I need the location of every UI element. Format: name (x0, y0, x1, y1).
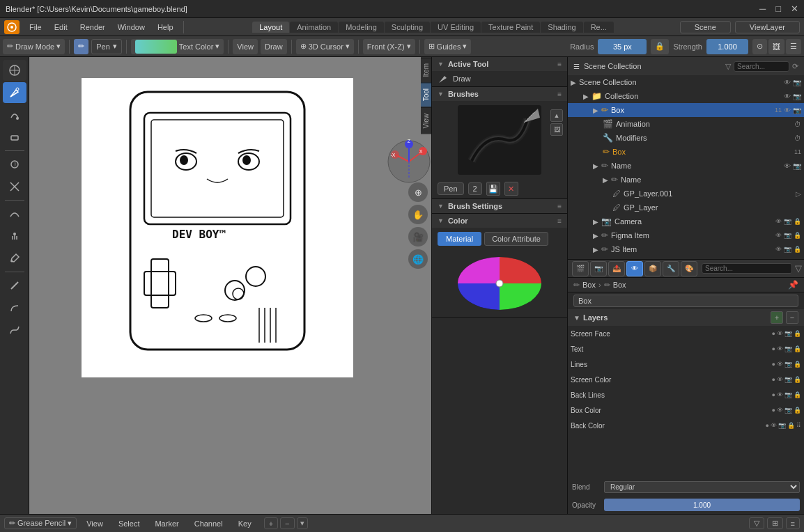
view-btn[interactable]: View (233, 39, 258, 54)
menu-file[interactable]: File (24, 22, 47, 33)
close-btn[interactable]: ✕ (791, 3, 798, 14)
layer-render-6[interactable]: 📷 (784, 407, 792, 414)
outliner-row-scene-collection[interactable]: ▶ Scene Collection 👁 📷 (568, 75, 804, 89)
radius-lock-btn[interactable]: 🔒 (651, 39, 669, 54)
brush-num[interactable]: 2 (468, 182, 482, 195)
layer-render-3[interactable]: 📷 (784, 361, 792, 368)
tl-marker-btn[interactable]: Marker (149, 518, 184, 529)
menu-edit[interactable]: Edit (49, 22, 73, 33)
layer-vis-4[interactable]: 👁 (777, 376, 783, 383)
layer-vis-1[interactable]: 👁 (777, 330, 783, 337)
outliner-row-collection[interactable]: ▶ 📁 Collection 👁 📷 (568, 89, 804, 103)
props-tab-material[interactable]: 🎨 (681, 261, 697, 276)
tl-select-btn[interactable]: Select (113, 518, 146, 529)
brush-delete-btn[interactable]: ✕ (504, 182, 518, 196)
layer-lock-1[interactable]: 🔒 (794, 330, 801, 337)
layer-lock-7[interactable]: 🔒 (787, 422, 795, 429)
layer-vis-2[interactable]: 👁 (777, 345, 783, 352)
grab-btn[interactable] (3, 226, 26, 247)
tl-mode-btn[interactable]: ✏ Grease Pencil ▾ (4, 517, 77, 529)
window-controls[interactable]: ─ □ ✕ (759, 3, 798, 14)
blender-logo[interactable] (4, 20, 20, 34)
side-tab-item[interactable]: Item (421, 57, 431, 82)
tint-btn[interactable] (3, 154, 26, 175)
eyedropper-btn[interactable] (3, 248, 26, 269)
brush-name-btn[interactable]: Pen (438, 182, 464, 195)
layer-back-lines[interactable]: Back Lines ● 👁 📷 🔒 (568, 387, 804, 402)
draw-brush-btn[interactable] (3, 82, 26, 103)
layer-lock-3[interactable]: 🔒 (794, 361, 801, 368)
brush-scroll-up[interactable]: ▲ (550, 109, 563, 122)
outliner-row-camera[interactable]: ▶ 📷 Camera 👁📷🔒 (568, 214, 804, 228)
curve-btn[interactable] (3, 320, 26, 341)
side-tab-view[interactable]: View (421, 107, 431, 134)
layer-render-5[interactable]: 📷 (784, 391, 792, 398)
layers-header[interactable]: ▼ Layers + − (568, 309, 804, 326)
view-origin-btn[interactable] (3, 60, 26, 81)
layer-drag-7[interactable]: ⠿ (796, 422, 801, 429)
viewport-btn-2[interactable]: 🖼 (768, 39, 784, 54)
canvas-area[interactable]: DEV BOY™ (29, 57, 431, 514)
active-object-input[interactable]: Box (573, 295, 798, 307)
workspace-uv[interactable]: UV Editing (431, 22, 481, 33)
tl-key-btn[interactable]: Key (233, 518, 257, 529)
outliner-row-box[interactable]: ▶ ✏ Box 11 👁 📷 (568, 103, 804, 117)
layer-render-7[interactable]: 📷 (778, 422, 786, 429)
layer-render-4[interactable]: 📷 (784, 376, 792, 383)
color-wheel-wrapper[interactable] (454, 256, 545, 311)
maximize-btn[interactable]: □ (775, 3, 781, 14)
layer-lines[interactable]: Lines ● 👁 📷 🔒 (568, 357, 804, 372)
props-tab-output[interactable]: 📤 (608, 261, 625, 276)
props-tab-object[interactable]: 📦 (644, 261, 661, 276)
material-btn[interactable]: Material (438, 232, 481, 246)
tl-rem-btn[interactable]: − (280, 517, 294, 529)
layer-vis-7[interactable]: 👁 (771, 422, 777, 429)
menu-help[interactable]: Help (152, 22, 179, 33)
color-header[interactable]: ▼ Color ≡ (432, 214, 567, 228)
draw-tool-btn[interactable]: ✏ (74, 39, 88, 54)
view-layer-input[interactable]: ViewLayer (735, 21, 800, 33)
color-picker-btn[interactable]: Text Color ▾ (131, 39, 224, 54)
outliner-row-box2[interactable]: ✏ Box 11 (568, 145, 804, 159)
layer-lock-2[interactable]: 🔒 (794, 345, 801, 352)
cursor-btn[interactable]: ⊕ 3D Cursor ▾ (296, 39, 354, 54)
workspace-re[interactable]: Re... (584, 22, 614, 33)
cut-btn[interactable] (3, 176, 26, 197)
brush-preview-icon[interactable]: 🖼 (550, 123, 563, 136)
layer-vis-5[interactable]: 👁 (777, 391, 783, 398)
outliner-sync-btn[interactable]: ⟳ (792, 61, 798, 72)
add-layer-btn[interactable]: + (771, 311, 783, 324)
tl-chevron-down[interactable]: ▾ (297, 517, 308, 529)
menu-window[interactable]: Window (112, 22, 150, 33)
draw-btn[interactable]: Draw (261, 39, 287, 54)
breadcrumb-box1[interactable]: Box (582, 281, 596, 289)
side-tab-tool[interactable]: Tool (421, 82, 431, 107)
layer-render-1[interactable]: 📷 (784, 330, 792, 337)
viewport-btn-3[interactable]: ☰ (786, 39, 801, 54)
layer-lock-4[interactable]: 🔒 (794, 376, 801, 383)
workspace-sculpting[interactable]: Sculpting (385, 22, 430, 33)
outliner-row-gp-layer[interactable]: 🖊 GP_Layer (568, 201, 804, 214)
tl-filter-btn[interactable]: ▽ (749, 517, 764, 529)
eraser-btn[interactable] (3, 127, 26, 148)
outliner-row-gp-layer-001[interactable]: 🖊 GP_Layer.001 ▷ (568, 187, 804, 201)
workspace-modeling[interactable]: Modeling (339, 22, 384, 33)
workspace-shading[interactable]: Shading (541, 22, 582, 33)
outliner-row-name2[interactable]: ▶ ✏ Name (568, 173, 804, 187)
props-tab-modifier[interactable]: 🔧 (663, 261, 679, 276)
smooth-btn[interactable] (3, 203, 26, 224)
layer-vis-3[interactable]: 👁 (777, 361, 783, 368)
brushes-header[interactable]: ▼ Brushes ≡ (432, 87, 567, 101)
line-btn[interactable] (3, 275, 26, 296)
outliner-filter-btn[interactable]: ▽ (725, 61, 731, 72)
brush-save-btn[interactable]: 💾 (486, 182, 500, 196)
minimize-btn[interactable]: ─ (759, 3, 766, 14)
layer-text[interactable]: Text ● 👁 📷 🔒 (568, 341, 804, 357)
guides-btn[interactable]: ⊞ Guides ▾ (424, 39, 472, 54)
viewport-btn-1[interactable]: ⊙ (752, 39, 767, 54)
workspace-animation[interactable]: Animation (290, 22, 338, 33)
outliner-row-name1[interactable]: ▶ ✏ Name 👁📷 (568, 159, 804, 173)
layer-screen-face[interactable]: Screen Face ● 👁 📷 🔒 (568, 326, 804, 341)
remove-layer-btn[interactable]: − (786, 311, 798, 324)
outliner-row-modifiers[interactable]: 🔧 Modifiers ⏱ (568, 131, 804, 145)
